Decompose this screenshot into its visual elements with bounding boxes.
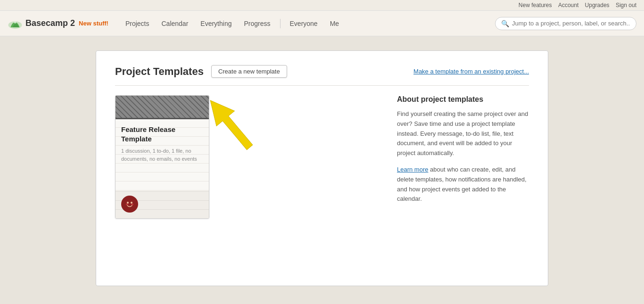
- svg-rect-8: [131, 204, 133, 205]
- learn-more-link[interactable]: Learn more: [397, 166, 428, 173]
- everyone-nav[interactable]: Everyone: [284, 17, 323, 30]
- template-card-footer: [116, 190, 209, 218]
- upgrades-link[interactable]: Upgrades: [585, 2, 610, 8]
- search-box[interactable]: 🔍: [495, 17, 636, 30]
- everything-nav[interactable]: Everything: [195, 17, 237, 30]
- me-nav[interactable]: Me: [324, 17, 345, 30]
- progress-nav[interactable]: Progress: [238, 17, 276, 30]
- avatar: [121, 196, 138, 213]
- logo-area: Basecamp 2 New stuff!: [8, 17, 108, 30]
- main-content: Feature Release Template 1 discussion, 1…: [115, 95, 529, 219]
- templates-area: Feature Release Template 1 discussion, 1…: [115, 95, 378, 219]
- about-section: About project templates Find yourself cr…: [397, 95, 529, 219]
- logo-text: Basecamp 2: [25, 18, 75, 28]
- about-paragraph-2: Learn more about who can create, edit, a…: [397, 165, 529, 204]
- calendar-nav[interactable]: Calendar: [156, 17, 194, 30]
- nav-links: Projects Calendar Everything Progress Ev…: [120, 17, 345, 30]
- create-new-template-button[interactable]: Create a new template: [211, 65, 287, 78]
- projects-nav[interactable]: Projects: [120, 17, 155, 30]
- about-title: About project templates: [397, 95, 529, 104]
- avatar-icon: [123, 197, 136, 211]
- sign-out-link[interactable]: Sign out: [616, 2, 636, 8]
- new-features-link[interactable]: New features: [519, 2, 552, 8]
- svg-marker-3: [201, 93, 259, 155]
- svg-point-5: [127, 202, 129, 204]
- svg-point-6: [131, 202, 132, 204]
- template-card-meta: 1 discussion, 1 to-do, 1 file, no docume…: [121, 147, 203, 163]
- page-header: Project Templates Create a new template …: [115, 65, 529, 86]
- svg-rect-7: [126, 204, 128, 205]
- svg-point-4: [124, 198, 136, 210]
- make-template-from-existing-link[interactable]: Make a template from an existing project…: [413, 68, 529, 75]
- svg-point-1: [14, 21, 17, 24]
- template-card-body: Feature Release Template 1 discussion, 1…: [116, 119, 209, 190]
- new-stuff-badge[interactable]: New stuff!: [79, 20, 108, 27]
- account-link[interactable]: Account: [558, 2, 578, 8]
- content-wrapper: Project Templates Create a new template …: [96, 50, 548, 286]
- logo-icon: [8, 17, 23, 30]
- search-input[interactable]: [512, 20, 630, 27]
- template-card[interactable]: Feature Release Template 1 discussion, 1…: [115, 95, 209, 219]
- page-title: Project Templates: [115, 66, 204, 78]
- main-nav: Basecamp 2 New stuff! Projects Calendar …: [0, 11, 644, 36]
- template-card-header: [116, 96, 209, 119]
- utility-bar: New features Account Upgrades Sign out: [0, 0, 644, 11]
- template-card-title: Feature Release Template: [121, 125, 203, 143]
- nav-divider: [280, 19, 281, 28]
- search-icon: 🔍: [501, 20, 509, 27]
- about-paragraph-1: Find yourself creating the same project …: [397, 109, 529, 158]
